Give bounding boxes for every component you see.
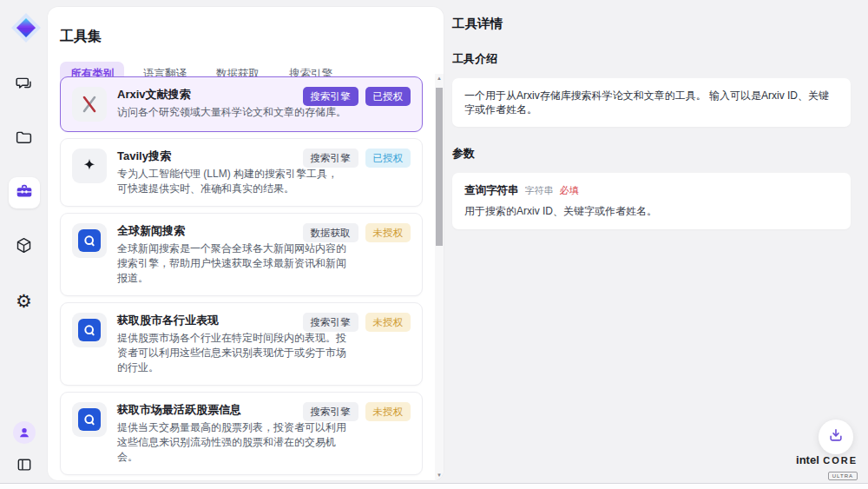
param-description: 用于搜索的Arxiv ID、关键字或作者姓名。 bbox=[464, 204, 838, 219]
tool-card[interactable]: Arxiv文献搜索 访问各个研究领域大量科学论文和文章的存储库。 搜索引擎 已授… bbox=[60, 76, 423, 132]
detail-title: 工具详情 bbox=[452, 16, 851, 32]
tool-list-panel: 工具集 所有类别语言翻译数据获取搜索引擎 Arxiv文献搜索 访问各个研究领域大… bbox=[48, 7, 444, 480]
intro-box: 一个用于从Arxiv存储库搜索科学论文和文章的工具。 输入可以是Arxiv ID… bbox=[452, 78, 851, 127]
toolbox-icon bbox=[15, 182, 34, 204]
search-blue-icon bbox=[72, 223, 107, 258]
cube-icon bbox=[15, 236, 33, 258]
settings-gear-icon: ⚙ bbox=[16, 292, 32, 310]
param-name: 查询字符串 bbox=[464, 183, 519, 198]
tool-description: 专为人工智能代理 (LLM) 构建的搜索引擎工具，可快速提供实时、准确和真实的结… bbox=[117, 167, 347, 196]
category-badge: 搜索引擎 bbox=[303, 87, 358, 106]
category-badge: 搜索引擎 bbox=[303, 149, 358, 168]
core-wordmark: CORE bbox=[823, 455, 858, 466]
scrollbar[interactable]: ▲ ▼ bbox=[435, 74, 444, 479]
auth-badge: 已授权 bbox=[365, 87, 411, 106]
category-badge: 数据获取 bbox=[303, 223, 358, 242]
tool-card-list: Arxiv文献搜索 访问各个研究领域大量科学论文和文章的存储库。 搜索引擎 已授… bbox=[60, 76, 423, 480]
sidebar-item-settings[interactable]: ⚙ bbox=[9, 285, 40, 316]
arxiv-icon bbox=[72, 87, 107, 122]
download-button[interactable] bbox=[819, 420, 853, 454]
intro-section-title: 工具介绍 bbox=[452, 51, 851, 67]
intel-core-logo: intel CORE ULTRA bbox=[796, 453, 858, 480]
params-section-title: 参数 bbox=[452, 146, 851, 162]
param-required-badge: 必填 bbox=[560, 184, 579, 197]
sidebar-item-files[interactable] bbox=[9, 123, 40, 155]
tool-description: 提供当天交易量最高的股票列表，投资者可以利用这些信息来识别流动性强的股票和潜在的… bbox=[117, 420, 347, 465]
tool-card[interactable]: 获取股市各行业表现 提供股票市场各个行业在特定时间段内的表现。投资者可以利用这些… bbox=[60, 302, 423, 386]
tool-description: 访问各个研究领域大量科学论文和文章的存储库。 bbox=[117, 105, 346, 120]
user-avatar[interactable] bbox=[13, 421, 36, 444]
ultra-badge: ULTRA bbox=[828, 472, 858, 480]
auth-badge: 已授权 bbox=[365, 149, 411, 168]
sidebar-item-chat[interactable] bbox=[9, 69, 40, 101]
search-blue-icon bbox=[72, 313, 107, 347]
sparkle-icon bbox=[72, 149, 107, 183]
panel-toggle-icon bbox=[16, 456, 33, 477]
panel-toggle-button[interactable] bbox=[12, 454, 36, 479]
param-type: 字符串 bbox=[525, 184, 554, 197]
intro-text: 一个用于从Arxiv存储库搜索科学论文和文章的工具。 输入可以是Arxiv ID… bbox=[464, 89, 838, 116]
tool-card[interactable]: 获取市场最活跃股票信息 提供当天交易量最高的股票列表，投资者可以利用这些信息来识… bbox=[60, 392, 423, 475]
scroll-up-arrow[interactable]: ▲ bbox=[435, 74, 444, 83]
sidebar-item-models[interactable] bbox=[9, 231, 40, 262]
scrollbar-thumb[interactable] bbox=[436, 88, 443, 246]
category-badge: 搜索引擎 bbox=[303, 313, 358, 332]
intel-wordmark: intel bbox=[796, 453, 819, 466]
tool-description: 提供股票市场各个行业在特定时间段内的表现。投资者可以利用这些信息来识别表现优于或… bbox=[117, 331, 347, 375]
scroll-down-arrow[interactable]: ▼ bbox=[435, 471, 444, 479]
tool-card[interactable]: 全球新闻搜索 全球新闻搜索是一个聚合全球各大新闻网站内容的搜索引擎，帮助用户快速… bbox=[60, 213, 423, 296]
auth-badge: 未授权 bbox=[365, 313, 411, 332]
left-sidebar: ⚙ bbox=[0, 0, 48, 489]
folder-icon bbox=[15, 129, 33, 150]
category-badge: 搜索引擎 bbox=[303, 402, 358, 421]
auth-badge: 未授权 bbox=[365, 223, 411, 242]
sidebar-item-tools[interactable] bbox=[9, 177, 40, 208]
tool-card[interactable]: Tavily搜索 专为人工智能代理 (LLM) 构建的搜索引擎工具，可快速提供实… bbox=[60, 138, 423, 207]
tool-detail-panel: 工具详情 工具介绍 一个用于从Arxiv存储库搜索科学论文和文章的工具。 输入可… bbox=[444, 0, 868, 489]
page-title: 工具集 bbox=[60, 28, 444, 46]
tool-description: 全球新闻搜索是一个聚合全球各大新闻网站内容的搜索引擎，帮助用户快速获取全球最新资… bbox=[117, 241, 347, 286]
download-icon bbox=[827, 426, 845, 447]
app-logo bbox=[9, 10, 43, 45]
search-blue-icon bbox=[72, 402, 107, 437]
auth-badge: 未授权 bbox=[365, 402, 411, 421]
bottom-strip bbox=[0, 484, 868, 489]
chat-icon bbox=[15, 75, 33, 96]
param-box: 查询字符串 字符串 必填 用于搜索的Arxiv ID、关键字或作者姓名。 bbox=[452, 173, 851, 229]
